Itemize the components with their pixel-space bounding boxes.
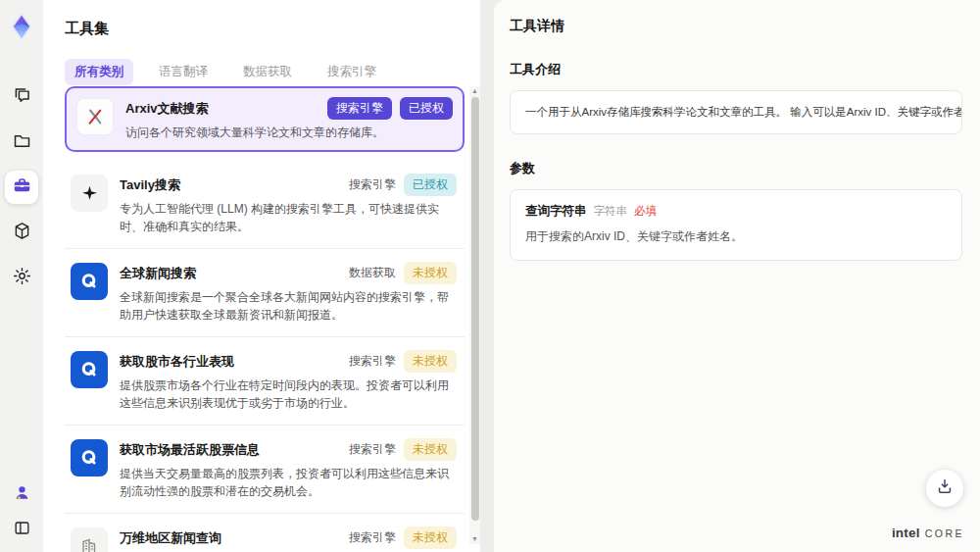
tool-card[interactable]: 获取市场最活跃股票信息搜索引擎未授权提供当天交易量最高的股票列表，投资者可以利用… xyxy=(65,426,465,514)
sidebar-nav xyxy=(5,80,38,294)
param-required-badge: 必填 xyxy=(634,204,657,219)
param-type: 字符串 xyxy=(594,204,628,219)
user-icon xyxy=(13,483,31,506)
tool-name: 万维地区新闻查询 xyxy=(120,527,341,547)
tool-card[interactable]: Tavily搜索搜索引擎已授权专为人工智能代理 (LLM) 构建的搜索引擎工具，… xyxy=(65,161,465,249)
news-icon xyxy=(71,263,108,300)
auth-status-badge: 未授权 xyxy=(404,438,457,461)
tab-data-fetching[interactable]: 数据获取 xyxy=(233,59,302,85)
sidebar-item-settings[interactable] xyxy=(5,261,38,294)
app-logo-icon xyxy=(5,10,38,43)
tool-card[interactable]: 万维地区新闻查询搜索引擎未授权查询具体行政区划内的新闻，快速了解各地新闻动态 xyxy=(65,514,465,552)
folder-icon xyxy=(12,130,32,155)
tool-card[interactable]: 获取股市各行业表现搜索引擎未授权提供股票市场各个行业在特定时间段内的表现。投资者… xyxy=(65,337,465,426)
toolset-title: 工具集 xyxy=(65,20,480,38)
sidebar-item-chat[interactable] xyxy=(5,80,38,114)
chat-icon xyxy=(12,85,32,110)
tool-desc: 全球新闻搜索是一个聚合全球各大新闻网站内容的搜索引擎，帮助用户快速获取全球最新资… xyxy=(120,288,457,324)
tab-translation[interactable]: 语言翻译 xyxy=(149,59,218,85)
core-wordmark: CORE xyxy=(925,527,964,539)
download-button[interactable] xyxy=(926,470,963,507)
scroll-down-arrow[interactable]: ▼ xyxy=(469,534,480,544)
sidebar-item-panel[interactable] xyxy=(7,515,36,544)
sidebar-item-tools[interactable] xyxy=(5,171,38,204)
arxiv-icon xyxy=(76,98,114,135)
tool-desc: 访问各个研究领域大量科学论文和文章的存储库。 xyxy=(125,124,453,141)
app-sidebar xyxy=(0,0,43,552)
param-name: 查询字符串 xyxy=(525,203,587,220)
category-badge: 数据获取 xyxy=(349,262,396,284)
auth-status-badge: 已授权 xyxy=(404,174,457,196)
tool-name: Arxiv文献搜索 xyxy=(125,97,319,118)
gear-icon xyxy=(12,266,32,290)
tool-card[interactable]: Arxiv文献搜索搜索引擎已授权访问各个研究领域大量科学论文和文章的存储库。 xyxy=(65,86,465,152)
tab-search-engine[interactable]: 搜索引擎 xyxy=(318,59,386,85)
tool-main: 获取市场最活跃股票信息搜索引擎未授权提供当天交易量最高的股票列表，投资者可以利用… xyxy=(120,438,457,500)
intro-heading: 工具介绍 xyxy=(510,61,962,78)
sidebar-item-files[interactable] xyxy=(5,125,38,159)
intel-wordmark: intel xyxy=(892,526,920,540)
tool-name: 全球新闻搜索 xyxy=(120,262,341,282)
tool-desc: 提供股票市场各个行业在特定时间段内的表现。投资者可以利用这些信息来识别表现优于或… xyxy=(120,376,457,412)
auth-status-badge: 已授权 xyxy=(400,97,453,120)
category-badge: 搜索引擎 xyxy=(349,174,396,196)
params-heading: 参数 xyxy=(510,160,962,177)
active-stock-icon xyxy=(71,439,108,477)
scroll-up-arrow[interactable]: ▲ xyxy=(469,86,480,96)
intel-core-logo: intel CORE xyxy=(892,526,964,540)
auth-status-badge: 未授权 xyxy=(404,262,457,284)
category-badge: 搜索引擎 xyxy=(349,527,396,549)
tool-name: 获取股市各行业表现 xyxy=(120,350,341,371)
panel-toggle-icon xyxy=(13,519,31,541)
briefcase-icon xyxy=(12,176,32,200)
cube-icon xyxy=(12,221,32,245)
tool-desc: 专为人工智能代理 (LLM) 构建的搜索引擎工具，可快速提供实时、准确和真实的结… xyxy=(120,200,457,235)
scrollbar-thumb[interactable] xyxy=(471,97,479,521)
tab-all-categories[interactable]: 所有类别 xyxy=(65,59,133,85)
tool-list: Arxiv文献搜索搜索引擎已授权访问各个研究领域大量科学论文和文章的存储库。Ta… xyxy=(65,86,465,552)
auth-status-badge: 未授权 xyxy=(404,350,457,373)
category-tabs: 所有类别语言翻译数据获取搜索引擎 xyxy=(65,59,480,85)
tool-main: Tavily搜索搜索引擎已授权专为人工智能代理 (LLM) 构建的搜索引擎工具，… xyxy=(120,174,457,235)
category-badge: 搜索引擎 xyxy=(349,350,396,373)
tavily-icon xyxy=(71,175,108,212)
tool-card[interactable]: 全球新闻搜索数据获取未授权全球新闻搜索是一个聚合全球各大新闻网站内容的搜索引擎，… xyxy=(65,249,465,337)
tool-list-scrollbar[interactable]: ▲ ▼ xyxy=(469,86,480,544)
stock-sector-icon xyxy=(71,351,108,388)
tool-main: 万维地区新闻查询搜索引擎未授权查询具体行政区划内的新闻，快速了解各地新闻动态 xyxy=(120,527,457,552)
sidebar-bottom xyxy=(7,479,36,544)
details-title: 工具详情 xyxy=(510,18,962,35)
tool-details-panel: 工具详情 工具介绍 一个用于从Arxiv存储库搜索科学论文和文章的工具。 输入可… xyxy=(494,0,980,552)
param-box: 查询字符串 字符串 必填 用于搜索的Arxiv ID、关键字或作者姓名。 xyxy=(510,189,962,261)
tool-name: 获取市场最活跃股票信息 xyxy=(120,438,341,459)
tool-intro-box: 一个用于从Arxiv存储库搜索科学论文和文章的工具。 输入可以是Arxiv ID… xyxy=(510,90,962,134)
sidebar-item-models[interactable] xyxy=(5,216,38,249)
tool-main: Arxiv文献搜索搜索引擎已授权访问各个研究领域大量科学论文和文章的存储库。 xyxy=(125,97,453,141)
tool-main: 全球新闻搜索数据获取未授权全球新闻搜索是一个聚合全球各大新闻网站内容的搜索引擎，… xyxy=(120,262,457,324)
category-badge: 搜索引擎 xyxy=(349,438,396,461)
tool-desc: 提供当天交易量最高的股票列表，投资者可以利用这些信息来识别流动性强的股票和潜在的… xyxy=(120,465,457,500)
download-icon xyxy=(935,477,955,500)
tool-main: 获取股市各行业表现搜索引擎未授权提供股票市场各个行业在特定时间段内的表现。投资者… xyxy=(120,350,457,412)
category-badge: 搜索引擎 xyxy=(327,97,392,120)
toolset-panel: 工具集 所有类别语言翻译数据获取搜索引擎 Arxiv文献搜索搜索引擎已授权访问各… xyxy=(43,0,480,552)
param-desc: 用于搜索的Arxiv ID、关键字或作者姓名。 xyxy=(525,228,947,245)
auth-status-badge: 未授权 xyxy=(404,527,457,549)
sidebar-item-user[interactable] xyxy=(7,479,36,509)
tool-name: Tavily搜索 xyxy=(120,174,341,194)
region-news-icon xyxy=(71,527,108,552)
